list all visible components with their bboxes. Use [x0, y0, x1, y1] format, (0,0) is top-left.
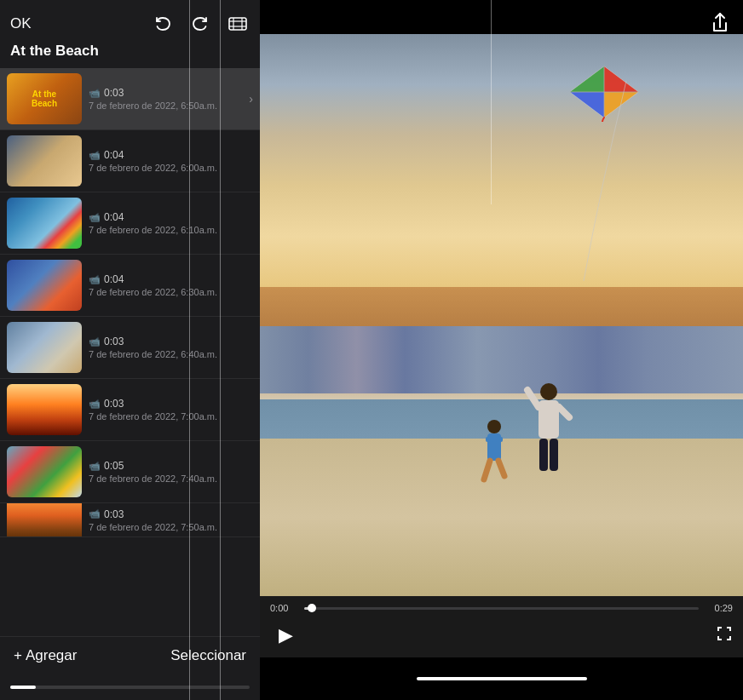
- time-total: 0:29: [706, 603, 733, 613]
- clip-date-1: 7 de febrero de 2022, 6:50a.m.: [89, 100, 242, 111]
- video-camera-icon-5: 📹: [89, 336, 101, 347]
- plus-icon: +: [14, 647, 22, 664]
- person-child-svg: [477, 418, 511, 495]
- bottom-bar: + Agregar Seleccionar: [0, 636, 260, 674]
- clip-duration-2: 0:04: [104, 149, 124, 161]
- svg-line-15: [559, 407, 569, 417]
- clip-info-2: 📹 0:04 7 de febrero de 2022, 6:00a.m.: [82, 149, 253, 173]
- toolbar-icons: [151, 12, 250, 36]
- time-current: 0:00: [270, 603, 297, 613]
- clip-info-5: 📹 0:03 7 de febrero de 2022, 6:40a.m.: [82, 336, 253, 359]
- clip-duration-5: 0:03: [104, 336, 124, 347]
- clip-thumbnail-3: [7, 198, 82, 249]
- clip-duration-4: 0:04: [104, 273, 124, 285]
- video-camera-icon-8: 📹: [89, 508, 101, 519]
- redo-button[interactable]: [188, 12, 212, 36]
- trim-button[interactable]: [226, 12, 250, 36]
- clip-duration-7: 0:05: [104, 460, 124, 472]
- clip-thumbnail-1: At the Beach: [7, 73, 82, 124]
- clip-item-6[interactable]: 📹 0:03 7 de febrero de 2022, 7:00a.m.: [0, 379, 260, 441]
- progress-bar[interactable]: [304, 607, 699, 610]
- video-area: [260, 0, 743, 596]
- clip-thumbnail-5: [7, 322, 82, 373]
- clip-date-4: 7 de febrero de 2022, 6:30a.m.: [89, 287, 246, 297]
- ok-button[interactable]: OK: [10, 15, 32, 32]
- timeline-track: [10, 686, 250, 689]
- video-camera-icon-6: 📹: [89, 399, 101, 410]
- clip-info-1: 📹 0:03 7 de febrero de 2022, 6:50a.m.: [82, 87, 249, 111]
- video-camera-icon-1: 📹: [89, 88, 101, 99]
- timeline-white-bar: [417, 677, 587, 680]
- clip-info-8: 📹 0:03 7 de febrero de 2022, 7:50a.m.: [82, 508, 253, 532]
- clip-info-4: 📹 0:04 7 de febrero de 2022, 6:30a.m.: [82, 273, 253, 297]
- clip-meta-row-8: 📹 0:03: [89, 508, 246, 520]
- clip-thumbnail-4: [7, 260, 82, 311]
- clip-item-3[interactable]: 📹 0:04 7 de febrero de 2022, 6:10a.m.: [0, 192, 260, 255]
- left-panel: OK: [0, 0, 260, 700]
- clip-date-8: 7 de febrero de 2022, 7:50a.m.: [89, 522, 246, 532]
- svg-rect-17: [550, 439, 558, 471]
- right-panel: 0:00 0:29 ▶: [260, 0, 743, 700]
- fullscreen-button[interactable]: [716, 625, 733, 646]
- clip-thumbnail-2: [7, 135, 82, 186]
- clip-duration-1: 0:03: [104, 87, 124, 99]
- play-button[interactable]: ▶: [270, 620, 301, 651]
- progress-dot: [308, 604, 316, 612]
- thumb1-text: At the Beach: [32, 89, 57, 108]
- clip-duration-3: 0:04: [104, 211, 124, 223]
- clip-info-6: 📹 0:03 7 de febrero de 2022, 7:00a.m.: [82, 398, 253, 422]
- timeline-indicator: [10, 686, 36, 689]
- video-controls: 0:00 0:29 ▶: [260, 596, 743, 657]
- clip-thumbnail-8: [7, 503, 82, 537]
- svg-point-12: [540, 383, 557, 400]
- clip-item-4[interactable]: 📹 0:04 7 de febrero de 2022, 6:30a.m.: [0, 255, 260, 317]
- clip-duration-8: 0:03: [104, 508, 124, 520]
- clip-date-3: 7 de febrero de 2022, 6:10a.m.: [89, 225, 246, 235]
- top-bar: OK: [0, 0, 260, 43]
- clip-item-8[interactable]: 📹 0:03 7 de febrero de 2022, 7:50a.m.: [0, 503, 260, 537]
- clip-date-7: 7 de febrero de 2022, 7:40a.m.: [89, 473, 246, 484]
- beach-scene: [260, 34, 743, 596]
- clip-meta-row-1: 📹 0:03: [89, 87, 242, 99]
- video-camera-icon-3: 📹: [89, 212, 101, 223]
- clip-info-7: 📹 0:05 7 de febrero de 2022, 7:40a.m.: [82, 460, 253, 484]
- svg-line-22: [484, 461, 490, 479]
- clip-item-7[interactable]: 📹 0:05 7 de febrero de 2022, 7:40a.m.: [0, 441, 260, 503]
- video-camera-icon-4: 📹: [89, 274, 101, 285]
- progress-row: 0:00 0:29: [270, 603, 733, 613]
- clip-meta-row-7: 📹 0:05: [89, 460, 246, 472]
- clip-item-1[interactable]: At the Beach 📹 0:03 7 de febrero de 2022…: [0, 68, 260, 130]
- clip-meta-row-6: 📹 0:03: [89, 398, 246, 410]
- svg-rect-21: [496, 437, 503, 442]
- timeline-bar: [0, 674, 260, 700]
- video-camera-icon-2: 📹: [89, 150, 101, 161]
- svg-point-18: [487, 420, 501, 433]
- clip-meta-row-3: 📹 0:04: [89, 211, 246, 223]
- svg-rect-20: [486, 437, 492, 442]
- timeline-area: [260, 657, 743, 700]
- clip-meta-row-4: 📹 0:04: [89, 273, 246, 285]
- svg-line-14: [527, 390, 539, 407]
- clip-date-2: 7 de febrero de 2022, 6:00a.m.: [89, 163, 246, 173]
- clip-arrow-1: ›: [249, 92, 253, 106]
- share-button[interactable]: [711, 12, 729, 38]
- clip-meta-row-5: 📹 0:03: [89, 336, 246, 347]
- svg-rect-16: [539, 439, 548, 471]
- clip-date-5: 7 de febrero de 2022, 6:40a.m.: [89, 349, 246, 359]
- clip-list: At the Beach 📹 0:03 7 de febrero de 2022…: [0, 68, 260, 636]
- clip-meta-row-2: 📹 0:04: [89, 149, 246, 161]
- clip-item-5[interactable]: 📹 0:03 7 de febrero de 2022, 6:40a.m.: [0, 317, 260, 379]
- clip-thumbnail-6: [7, 384, 82, 435]
- clip-date-6: 7 de febrero de 2022, 7:00a.m.: [89, 411, 246, 422]
- clip-item-2[interactable]: 📹 0:04 7 de febrero de 2022, 6:00a.m.: [0, 130, 260, 192]
- undo-button[interactable]: [151, 12, 175, 36]
- person-adult-svg: [523, 382, 574, 484]
- controls-row: ▶: [270, 620, 733, 651]
- video-camera-icon-7: 📹: [89, 461, 101, 472]
- svg-rect-0: [229, 18, 246, 30]
- select-button[interactable]: Seleccionar: [170, 647, 246, 664]
- clip-thumbnail-7: [7, 446, 82, 497]
- add-button[interactable]: + Agregar: [14, 647, 77, 664]
- clip-duration-6: 0:03: [104, 398, 124, 410]
- kite-string-svg: [260, 34, 743, 596]
